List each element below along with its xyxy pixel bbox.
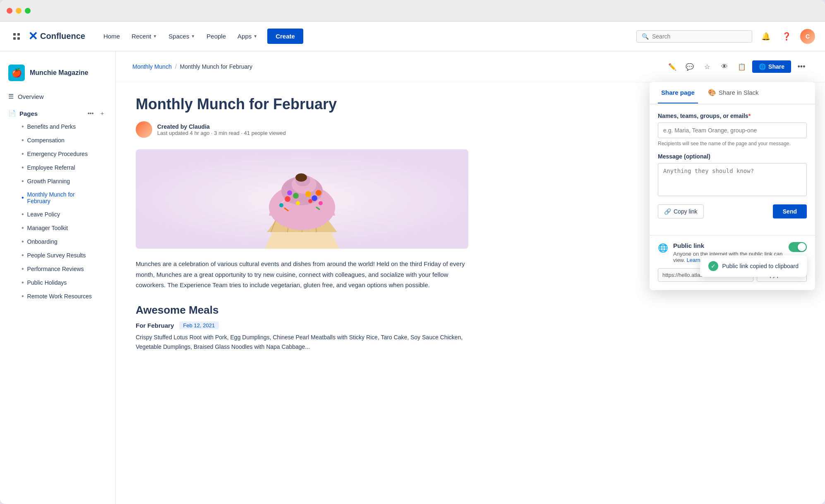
- sidebar-item-referral[interactable]: • Employee Referral: [10, 161, 106, 174]
- search-bar[interactable]: 🔍: [636, 30, 752, 43]
- bullet-icon: •: [22, 150, 24, 158]
- edit-icon[interactable]: ✏️: [665, 60, 679, 74]
- share-panel: Share page 🎨 Share in Slack Names, teams…: [650, 82, 815, 290]
- recipients-label: Names, teams, groups, or emails*: [658, 113, 807, 119]
- link-icon: 🔗: [664, 208, 671, 215]
- nav-apps[interactable]: Apps ▼: [233, 29, 262, 43]
- pages-more-button[interactable]: •••: [86, 108, 96, 118]
- sidebar-overview[interactable]: ☰ Overview: [0, 89, 115, 103]
- article-update-time: Last updated 4 hr ago · 3 min read · 41 …: [157, 130, 286, 136]
- nav-home[interactable]: Home: [98, 29, 125, 43]
- titlebar: [0, 0, 825, 22]
- nav-recent[interactable]: Recent ▼: [127, 29, 162, 43]
- svg-point-23: [308, 199, 312, 203]
- space-header[interactable]: 🍎 Munchie Magazine: [0, 60, 115, 89]
- article-meta: Created by Claudia Last updated 4 hr ago…: [136, 121, 468, 138]
- svg-point-14: [285, 196, 290, 202]
- bullet-icon: •: [22, 123, 24, 130]
- star-icon[interactable]: ☆: [700, 60, 714, 74]
- panel-divider: [650, 235, 815, 235]
- nav-items: Home Recent ▼ Spaces ▼ People Apps ▼ Cre…: [98, 29, 626, 44]
- bullet-icon: •: [22, 137, 24, 144]
- sidebar: 🍎 Munchie Magazine ☰ Overview 📄 Pages ••…: [0, 51, 116, 504]
- breadcrumb-parent[interactable]: Monthly Munch: [132, 63, 172, 70]
- toggle-knob: [798, 243, 806, 251]
- copy-page-icon[interactable]: 📋: [735, 60, 749, 74]
- breadcrumb-separator: /: [175, 63, 177, 70]
- pages-title: 📄 Pages: [8, 110, 38, 117]
- pages-add-button[interactable]: +: [97, 108, 107, 118]
- copy-link-button[interactable]: 🔗 Copy link: [658, 204, 704, 218]
- article-area: Monthly Munch for February Created by Cl…: [116, 82, 488, 365]
- share-slack-tab-label: Share in Slack: [719, 89, 759, 96]
- tab-share-page[interactable]: Share page: [658, 82, 698, 103]
- globe-public-icon: 🌐: [658, 243, 668, 253]
- public-link-toggle[interactable]: [789, 242, 807, 252]
- svg-rect-1: [17, 33, 20, 36]
- search-input[interactable]: [652, 33, 747, 40]
- create-button[interactable]: Create: [267, 29, 303, 44]
- meal-list: Crispy Stuffed Lotus Root with Pork, Egg…: [136, 333, 468, 353]
- bullet-icon: •: [22, 252, 24, 259]
- toast-notification: ✓ Public link copied to clipboard: [700, 255, 807, 277]
- sidebar-pages-section: 📄 Pages ••• + • Benefits and Perks • Com…: [0, 103, 115, 305]
- view-icon[interactable]: 👁: [717, 60, 731, 74]
- minimize-button[interactable]: [16, 8, 22, 14]
- page-content: Monthly Munch / Monthly Munch for Februa…: [116, 51, 825, 504]
- sidebar-item-leave[interactable]: • Leave Policy: [10, 208, 106, 221]
- for-label: For February: [136, 322, 174, 329]
- author-avatar: [136, 121, 152, 138]
- share-tabs: Share page 🎨 Share in Slack: [650, 82, 815, 104]
- pages-section-header: 📄 Pages ••• +: [8, 108, 107, 118]
- article-body: Munches are a celebration of various cul…: [136, 259, 468, 290]
- sidebar-item-onboarding[interactable]: • Onboarding: [10, 235, 106, 248]
- sidebar-item-emergency[interactable]: • Emergency Procedures: [10, 147, 106, 161]
- svg-point-16: [312, 195, 317, 201]
- bullet-icon: •: [22, 211, 24, 218]
- more-options-button[interactable]: •••: [794, 60, 808, 74]
- message-textarea[interactable]: [658, 163, 807, 196]
- svg-rect-2: [13, 37, 16, 40]
- svg-point-19: [287, 190, 292, 195]
- sidebar-item-holidays[interactable]: • Public Holidays: [10, 276, 106, 289]
- bullet-icon: •: [22, 265, 24, 273]
- sidebar-item-compensation[interactable]: • Compensation: [10, 134, 106, 147]
- date-badge: Feb 12, 2021: [179, 322, 219, 329]
- user-avatar[interactable]: C: [800, 29, 815, 44]
- sidebar-item-manager[interactable]: • Manager Toolkit: [10, 221, 106, 235]
- pages-actions: ••• +: [86, 108, 107, 118]
- bullet-icon: •: [22, 164, 24, 171]
- sidebar-item-people-survey[interactable]: • People Survey Results: [10, 249, 106, 262]
- fullscreen-button[interactable]: [25, 8, 31, 14]
- required-star: *: [748, 113, 751, 119]
- logo-x-icon: ✕: [28, 29, 38, 43]
- send-button[interactable]: Send: [773, 204, 807, 218]
- sidebar-item-monthly-munch[interactable]: • Monthly Munch for February: [10, 188, 106, 207]
- tab-share-slack[interactable]: 🎨 Share in Slack: [705, 82, 762, 104]
- nav-spaces[interactable]: Spaces ▼: [163, 29, 200, 43]
- svg-point-20: [279, 203, 283, 207]
- bullet-icon: •: [22, 224, 24, 232]
- confluence-logo[interactable]: ✕ Confluence: [28, 29, 85, 43]
- comment-icon[interactable]: 💬: [683, 60, 697, 74]
- sidebar-item-benefits[interactable]: • Benefits and Perks: [10, 120, 106, 133]
- share-button[interactable]: 🌐 Share: [752, 60, 791, 73]
- nav-people[interactable]: People: [201, 29, 231, 43]
- bullet-icon: •: [22, 178, 24, 185]
- article-section-title: Awesome Meals: [136, 304, 468, 317]
- breadcrumb-current: Monthly Munch for February: [180, 63, 252, 70]
- space-name: Munchie Magazine: [30, 69, 88, 77]
- help-icon[interactable]: ❓: [779, 29, 794, 43]
- overview-label: Overview: [18, 93, 44, 100]
- sidebar-item-remote-work[interactable]: • Remote Work Resources: [10, 290, 106, 303]
- recipients-input[interactable]: [658, 122, 807, 138]
- notifications-bell-icon[interactable]: 🔔: [759, 29, 773, 43]
- main-area: 🍎 Munchie Magazine ☰ Overview 📄 Pages ••…: [0, 51, 825, 504]
- close-button[interactable]: [7, 8, 12, 14]
- spaces-chevron-icon: ▼: [191, 34, 195, 38]
- svg-point-22: [296, 201, 300, 205]
- sidebar-item-performance[interactable]: • Performance Reviews: [10, 262, 106, 276]
- share-label: Share: [768, 63, 784, 70]
- grid-menu-icon[interactable]: [10, 30, 23, 43]
- sidebar-item-growth[interactable]: • Growth Planning: [10, 175, 106, 188]
